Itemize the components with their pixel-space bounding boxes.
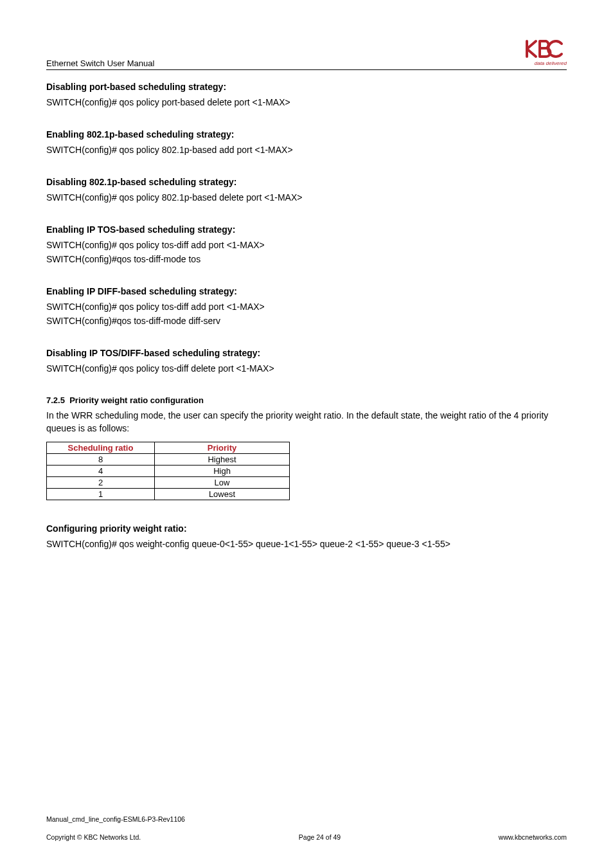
heading: Disabling IP TOS/DIFF-based scheduling s… [46,348,567,358]
section-enable-diff: Enabling IP DIFF-based scheduling strate… [46,286,567,326]
command-line: SWITCH(config)# qos policy tos-diff add … [46,240,567,250]
table-row: 8 Highest [47,453,290,465]
table-cell: Highest [155,453,290,465]
heading: Enabling IP TOS-based scheduling strateg… [46,224,567,235]
table-row: 1 Lowest [47,488,290,500]
command-line: SWITCH(config)#qos tos-diff-mode diff-se… [46,316,567,326]
heading: Enabling 802.1p-based scheduling strateg… [46,129,567,140]
table-cell: Low [155,476,290,488]
section-priority-weight: 7.2.5 Priority weight ratio configuratio… [46,395,567,500]
table-cell: Lowest [155,488,290,500]
kbc-logo-icon [524,37,567,59]
table-header-cell: Scheduling ratio [47,442,155,453]
table-cell: High [155,465,290,476]
section-disable-tosdiff: Disabling IP TOS/DIFF-based scheduling s… [46,348,567,374]
command-line: SWITCH(config)# qos policy tos-diff add … [46,302,567,312]
table-header-row: Scheduling ratio Priority [47,442,290,453]
command-line: SWITCH(config)#qos tos-diff-mode tos [46,254,567,264]
kbc-logo: data delivered [524,37,567,68]
heading: Enabling IP DIFF-based scheduling strate… [46,286,567,296]
section-enable-tos: Enabling IP TOS-based scheduling strateg… [46,224,567,264]
table-cell: 2 [47,476,155,488]
table-row: 2 Low [47,476,290,488]
table-cell: 1 [47,488,155,500]
manual-title: Ethernet Switch User Manual [46,59,154,68]
command-line: SWITCH(config)# qos weight-config queue-… [46,539,567,549]
section-enable-8021p: Enabling 802.1p-based scheduling strateg… [46,129,567,155]
paragraph: In the WRR scheduling mode, the user can… [46,409,567,435]
section-config-weight: Configuring priority weight ratio: SWITC… [46,523,567,549]
heading: Configuring priority weight ratio: [46,523,567,534]
command-line: SWITCH(config)# qos policy tos-diff dele… [46,363,567,374]
logo-tagline: data delivered [524,60,567,66]
subsection-title: Priority weight ratio configuration [69,395,204,405]
table-header-cell: Priority [155,442,290,453]
scheduling-ratio-table: Scheduling ratio Priority 8 Highest 4 Hi… [46,442,290,500]
command-line: SWITCH(config)# qos policy port-based de… [46,97,567,107]
table-row: 4 High [47,465,290,476]
table-cell: 4 [47,465,155,476]
command-line: SWITCH(config)# qos policy 802.1p-based … [46,145,567,155]
page-header: Ethernet Switch User Manual data deliver… [46,37,567,70]
section-disable-port: Disabling port-based scheduling strategy… [46,82,567,107]
heading: Disabling 802.1p-based scheduling strate… [46,177,567,187]
command-line: SWITCH(config)# qos policy 802.1p-based … [46,192,567,203]
footer-copyright: Copyright © KBC Networks Ltd. [46,833,141,841]
footer-url: www.kbcnetworks.com [499,833,567,841]
heading: Disabling port-based scheduling strategy… [46,82,567,92]
footer-row: Copyright © KBC Networks Ltd. Page 24 of… [46,833,567,841]
page-footer: Manual_cmd_line_config-ESML6-P3-Rev1106 … [46,815,567,841]
footer-doc-id: Manual_cmd_line_config-ESML6-P3-Rev1106 [46,815,567,823]
subsection-number: 7.2.5 [46,395,65,405]
footer-page: Page 24 of 49 [299,833,341,841]
subsection-heading: 7.2.5 Priority weight ratio configuratio… [46,395,567,405]
table-cell: 8 [47,453,155,465]
section-disable-8021p: Disabling 802.1p-based scheduling strate… [46,177,567,203]
